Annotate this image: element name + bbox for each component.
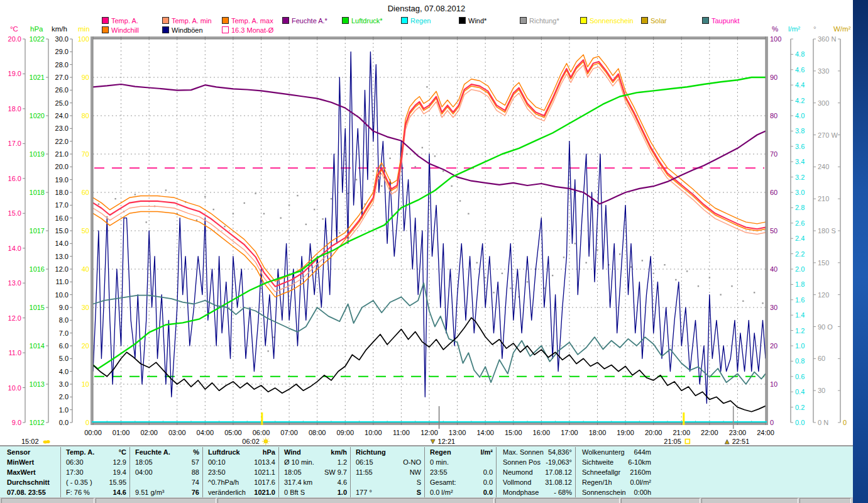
axis-label: 12.0 <box>8 314 21 322</box>
table-cell: °C <box>119 447 129 457</box>
table-cell: 17:30 <box>63 467 84 477</box>
axis-label: 0 <box>843 419 847 426</box>
axis-label: 1.4 <box>795 311 805 319</box>
table-cell: 14.6 <box>113 487 129 497</box>
axis-label: 20 <box>82 342 89 350</box>
table-cell: l/m² <box>480 447 496 457</box>
scatter-dot <box>493 292 494 293</box>
sunrise-icon <box>264 439 268 443</box>
axis-label: 18.0 <box>8 105 21 113</box>
table-row: 11:55NW <box>353 467 424 477</box>
table-cell: 1.2 <box>338 457 350 467</box>
table-cell: 17.08.12 <box>545 467 575 477</box>
axis-label: 1019 <box>30 150 45 158</box>
table-cell: 0.0 <box>483 467 496 477</box>
x-tick-label: 24:00 <box>757 429 774 436</box>
axis-label: 1018 <box>30 189 45 196</box>
event-time: 12:21 <box>438 438 456 445</box>
axis-label: 25.0 <box>55 99 69 107</box>
table-cell: Regen/1h <box>579 477 612 487</box>
sun-ray <box>268 439 268 439</box>
table-cell: -19,063° <box>546 457 575 467</box>
table-cell: Sonnenschein <box>579 487 626 497</box>
sun-ray <box>263 443 264 444</box>
x-tick-label: 17:00 <box>561 429 578 436</box>
axis-label: 4.2 <box>795 97 805 104</box>
table-row: 0 min. <box>427 457 496 467</box>
axis-header-l-m: l/m² <box>788 25 800 33</box>
axis-label: 7.0 <box>59 329 69 337</box>
x-tick-label: 20:00 <box>645 429 662 436</box>
table-cell: 1021.1 <box>254 467 278 477</box>
table-cell: 0.0 <box>483 487 496 497</box>
axis-label: 0 <box>85 419 89 426</box>
axis-label: 17.0 <box>8 140 21 147</box>
table-cell: SW 9.7 <box>324 467 350 477</box>
table-cell: 06:15 <box>353 457 373 467</box>
x-tick-label: 09:00 <box>336 429 354 436</box>
axis-label: 17.0 <box>55 201 69 209</box>
table-row: 23:501021.1 <box>205 467 278 477</box>
x-tick-label: 19:00 <box>617 429 634 436</box>
axis-label: 300 <box>818 99 829 107</box>
axis-label: 70 <box>82 150 89 158</box>
table-cell: 57 <box>192 457 202 467</box>
status-segment <box>217 498 494 503</box>
axis-label: 23.0 <box>55 124 69 132</box>
axis-label: 0.8 <box>795 357 805 365</box>
x-tick-label: 05:00 <box>224 429 242 436</box>
axis-label: 1021 <box>30 74 45 81</box>
table-cell: 317.4 km <box>281 477 312 487</box>
axis-label: 29.0 <box>55 48 69 55</box>
axis-label: 80 <box>770 112 777 119</box>
table-cell: 0.0 l/m² <box>427 487 453 497</box>
axis-label: 2.8 <box>795 204 805 211</box>
table-cell: Mondphase <box>500 487 539 497</box>
scatter-dot <box>675 279 676 280</box>
event-time: 06:02 <box>242 438 260 445</box>
axis-label: 3.6 <box>795 143 805 150</box>
axis-label: 2.6 <box>795 219 805 227</box>
axis-label: 30.0 <box>55 35 69 43</box>
table-cell: 18:05 <box>132 457 153 467</box>
axis-label: 70 <box>770 150 777 158</box>
table-column: Regenl/m²0 min.23:550.0Gesamt:0.00.0 l/m… <box>427 447 497 497</box>
scatter-dot <box>642 260 643 261</box>
scatter-dot <box>267 350 268 351</box>
scatter-dot <box>652 273 654 274</box>
scatter-dot <box>426 86 427 87</box>
axis-label: 3.8 <box>795 127 805 135</box>
axis-label: 1016 <box>30 265 45 273</box>
axis-label: 0.6 <box>795 373 805 380</box>
table-cell: 74 <box>192 477 202 487</box>
scatter-dot <box>297 195 298 196</box>
axis-label: 90 <box>82 74 89 81</box>
x-tick-label: 12:00 <box>420 429 438 436</box>
x-tick-label: 14:00 <box>476 429 494 436</box>
table-cell: Vollmond <box>500 477 531 487</box>
table-row: Sonnenschein0:00h <box>579 487 654 497</box>
axis-label: 20 <box>770 342 777 350</box>
x-tick-label: 04:00 <box>197 429 214 436</box>
scatter-dot <box>415 166 416 167</box>
scatter-dot <box>510 287 511 289</box>
axis-label: 360 N <box>818 35 836 43</box>
axis-label: 50 <box>82 227 89 235</box>
table-row: 06:15O-NO <box>353 457 424 467</box>
axis-label: 330 <box>818 67 829 75</box>
scatter-dot <box>563 257 564 258</box>
x-tick-label: 03:00 <box>168 429 186 436</box>
axis-label: 4.8 <box>795 50 805 58</box>
axis-label: 19.0 <box>8 70 21 77</box>
table-row: 0 Bft S1.0 <box>281 487 350 497</box>
scatter-dot <box>288 204 290 206</box>
table-column: LuftdruckhPa00:101013.423:501021.1^0.7hP… <box>205 447 279 497</box>
weather-chart: °C9.010.011.012.013.014.015.016.017.018.… <box>0 0 868 503</box>
axis-label: 40 <box>82 265 89 273</box>
table-cell: 1017.6 <box>254 477 278 487</box>
scatter-dot <box>244 202 245 204</box>
table-cell: O-NO <box>403 457 424 467</box>
app-window: Dienstag, 07.08.2012 Temp. A.Temp. A. mi… <box>0 0 868 503</box>
axis-label: 13.0 <box>55 253 69 260</box>
scatter-dot <box>389 158 390 159</box>
